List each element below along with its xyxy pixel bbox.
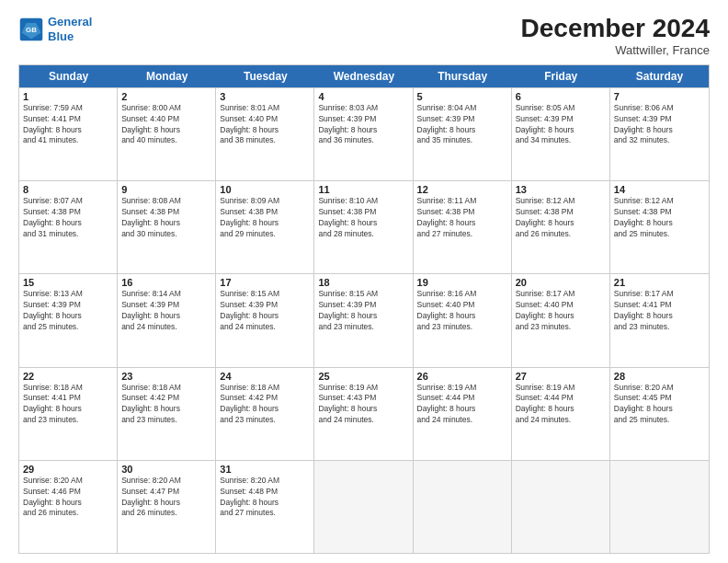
sunset-line: Sunset: 4:47 PM (121, 487, 211, 498)
day-number: 28 (614, 371, 705, 382)
sunrise-line: Sunrise: 8:12 AM (614, 196, 705, 207)
daylight-line1: Daylight: 8 hours (220, 125, 310, 136)
cal-cell: 20 Sunrise: 8:17 AM Sunset: 4:40 PM Dayl… (512, 274, 610, 366)
daylight-line1: Daylight: 8 hours (23, 498, 113, 509)
dow-monday: Monday (118, 65, 216, 87)
sunrise-line: Sunrise: 8:15 AM (220, 289, 310, 300)
sunset-line: Sunset: 4:38 PM (220, 207, 310, 218)
daylight-line2: and 25 minutes. (23, 322, 113, 333)
sunset-line: Sunset: 4:39 PM (516, 114, 606, 125)
header: GB General Blue December 2024 Wattwiller… (18, 15, 710, 57)
day-number: 3 (220, 91, 310, 102)
sunset-line: Sunset: 4:39 PM (614, 114, 705, 125)
sunrise-line: Sunrise: 8:01 AM (220, 103, 310, 114)
cal-cell: 12 Sunrise: 8:11 AM Sunset: 4:38 PM Dayl… (414, 181, 512, 273)
sunrise-line: Sunrise: 8:20 AM (121, 476, 211, 487)
cal-cell (414, 461, 512, 553)
cal-cell: 5 Sunrise: 8:04 AM Sunset: 4:39 PM Dayli… (414, 88, 512, 180)
sunset-line: Sunset: 4:38 PM (417, 207, 507, 218)
sunrise-line: Sunrise: 8:18 AM (121, 383, 211, 394)
daylight-line1: Daylight: 8 hours (220, 311, 310, 322)
daylight-line1: Daylight: 8 hours (614, 218, 705, 229)
week-row-5: 29 Sunrise: 8:20 AM Sunset: 4:46 PM Dayl… (19, 460, 709, 553)
daylight-line2: and 23 minutes. (121, 415, 211, 426)
sunset-line: Sunset: 4:42 PM (220, 393, 310, 404)
day-number: 22 (23, 371, 113, 382)
page: GB General Blue December 2024 Wattwiller… (0, 0, 728, 563)
cal-cell: 29 Sunrise: 8:20 AM Sunset: 4:46 PM Dayl… (19, 461, 118, 553)
daylight-line2: and 27 minutes. (220, 508, 310, 519)
daylight-line1: Daylight: 8 hours (516, 404, 606, 415)
sunset-line: Sunset: 4:44 PM (516, 393, 606, 404)
day-number: 16 (121, 277, 211, 288)
daylight-line1: Daylight: 8 hours (121, 311, 211, 322)
sunrise-line: Sunrise: 8:19 AM (516, 383, 606, 394)
day-number: 18 (318, 277, 408, 288)
sunrise-line: Sunrise: 8:07 AM (23, 196, 113, 207)
sunrise-line: Sunrise: 8:18 AM (220, 383, 310, 394)
logo-text: General Blue (48, 15, 92, 43)
cal-cell: 23 Sunrise: 8:18 AM Sunset: 4:42 PM Dayl… (118, 368, 216, 460)
daylight-line2: and 36 minutes. (318, 135, 408, 146)
cal-cell: 31 Sunrise: 8:20 AM Sunset: 4:48 PM Dayl… (216, 461, 314, 553)
daylight-line1: Daylight: 8 hours (318, 404, 408, 415)
daylight-line1: Daylight: 8 hours (23, 218, 113, 229)
daylight-line1: Daylight: 8 hours (614, 125, 705, 136)
calendar-header: Sunday Monday Tuesday Wednesday Thursday… (19, 65, 709, 87)
svg-text:GB: GB (26, 25, 37, 33)
daylight-line1: Daylight: 8 hours (121, 404, 211, 415)
cal-cell: 22 Sunrise: 8:18 AM Sunset: 4:41 PM Dayl… (19, 368, 118, 460)
day-number: 19 (417, 277, 507, 288)
sunset-line: Sunset: 4:39 PM (318, 300, 408, 311)
sunrise-line: Sunrise: 8:19 AM (318, 383, 408, 394)
week-row-3: 15 Sunrise: 8:13 AM Sunset: 4:39 PM Dayl… (19, 273, 709, 366)
cal-cell: 27 Sunrise: 8:19 AM Sunset: 4:44 PM Dayl… (512, 368, 610, 460)
sunset-line: Sunset: 4:44 PM (417, 393, 507, 404)
daylight-line2: and 29 minutes. (220, 229, 310, 240)
logo-line2: Blue (48, 29, 74, 43)
sunrise-line: Sunrise: 8:04 AM (417, 103, 507, 114)
sunset-line: Sunset: 4:39 PM (220, 300, 310, 311)
daylight-line2: and 23 minutes. (417, 322, 507, 333)
dow-thursday: Thursday (414, 65, 512, 87)
sunset-line: Sunset: 4:46 PM (23, 487, 113, 498)
sunset-line: Sunset: 4:39 PM (318, 114, 408, 125)
sunset-line: Sunset: 4:43 PM (318, 393, 408, 404)
daylight-line2: and 32 minutes. (614, 135, 705, 146)
day-number: 8 (23, 184, 113, 195)
day-number: 9 (121, 184, 211, 195)
daylight-line1: Daylight: 8 hours (220, 404, 310, 415)
sunset-line: Sunset: 4:41 PM (23, 393, 113, 404)
dow-wednesday: Wednesday (314, 65, 413, 87)
cal-cell: 24 Sunrise: 8:18 AM Sunset: 4:42 PM Dayl… (216, 368, 314, 460)
daylight-line1: Daylight: 8 hours (417, 218, 507, 229)
cal-cell: 18 Sunrise: 8:15 AM Sunset: 4:39 PM Dayl… (314, 274, 413, 366)
daylight-line1: Daylight: 8 hours (220, 498, 310, 509)
week-row-2: 8 Sunrise: 8:07 AM Sunset: 4:38 PM Dayli… (19, 180, 709, 273)
dow-tuesday: Tuesday (216, 65, 314, 87)
sunrise-line: Sunrise: 8:16 AM (417, 289, 507, 300)
sunrise-line: Sunrise: 8:13 AM (23, 289, 113, 300)
sunset-line: Sunset: 4:38 PM (516, 207, 606, 218)
sunrise-line: Sunrise: 8:20 AM (614, 383, 705, 394)
day-number: 25 (318, 371, 408, 382)
daylight-line2: and 24 minutes. (220, 322, 310, 333)
sunset-line: Sunset: 4:40 PM (417, 300, 507, 311)
day-number: 4 (318, 91, 408, 102)
day-number: 6 (516, 91, 606, 102)
day-number: 17 (220, 277, 310, 288)
sunset-line: Sunset: 4:38 PM (614, 207, 705, 218)
day-number: 30 (121, 464, 211, 475)
daylight-line2: and 25 minutes. (614, 229, 705, 240)
daylight-line2: and 26 minutes. (121, 508, 211, 519)
daylight-line2: and 40 minutes. (121, 135, 211, 146)
daylight-line2: and 28 minutes. (318, 229, 408, 240)
title-month: December 2024 (521, 15, 710, 43)
dow-sunday: Sunday (19, 65, 118, 87)
day-number: 14 (614, 184, 705, 195)
cal-cell (314, 461, 413, 553)
cal-cell: 6 Sunrise: 8:05 AM Sunset: 4:39 PM Dayli… (512, 88, 610, 180)
daylight-line1: Daylight: 8 hours (318, 125, 408, 136)
title-location: Wattwiller, France (521, 43, 710, 57)
sunset-line: Sunset: 4:41 PM (23, 114, 113, 125)
